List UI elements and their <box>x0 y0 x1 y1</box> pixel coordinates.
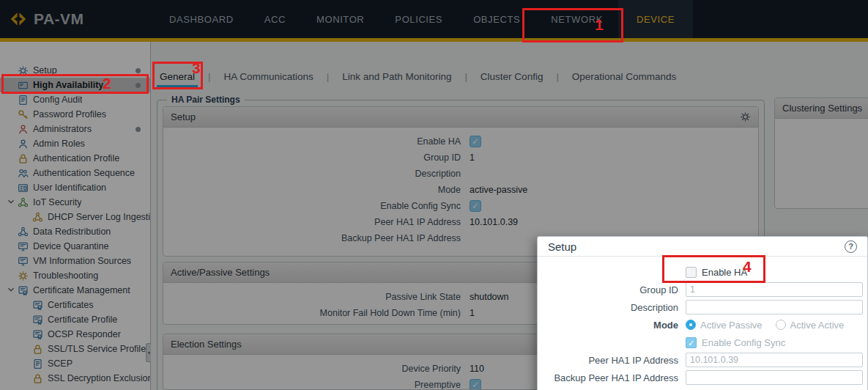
dialog-control-enable-config-sync: ✓Enable Config Sync <box>686 337 785 348</box>
dialog-control-peer-ha1-ip-address: 10.101.0.39 <box>686 353 863 367</box>
active-passive-radio-label: Active Passive <box>700 320 763 331</box>
active-passive-radio[interactable] <box>686 320 696 330</box>
enable-config-sync-checkbox-label: Enable Config Sync <box>702 337 785 348</box>
dialog-row-group-id: Group ID1 <box>538 281 867 298</box>
dialog-label-mode: Mode <box>538 320 678 331</box>
dialog-row-mode: ModeActive PassiveActive Active <box>538 316 867 334</box>
dialog-row-peer-ha1-ip-address: Peer HA1 IP Address10.101.0.39 <box>538 351 867 369</box>
active-active-radio-label: Active Active <box>790 320 845 331</box>
peer-ha1-ip-address-input[interactable]: 10.101.0.39 <box>686 353 863 367</box>
dialog-control-description <box>686 300 863 314</box>
backup-peer-ha1-ip-address-input[interactable] <box>686 370 863 385</box>
description-input[interactable] <box>686 300 863 314</box>
dialog-row-description: Description <box>538 298 867 316</box>
active-active-radio[interactable] <box>776 320 786 330</box>
dialog-row-backup-peer-ha1-ip-address: Backup Peer HA1 IP Address <box>538 369 867 386</box>
dialog-control-mode: Active PassiveActive Active <box>686 320 844 331</box>
annotation-number-3: 3 <box>192 59 201 77</box>
setup-dialog-title: Setup <box>548 240 576 253</box>
group-id-input[interactable]: 1 <box>686 282 863 297</box>
help-icon[interactable]: ? <box>845 240 857 253</box>
dialog-label-peer-ha1-ip-address: Peer HA1 IP Address <box>538 355 678 366</box>
dialog-control-group-id: 1 <box>686 282 863 297</box>
dialog-label-description: Description <box>538 302 678 313</box>
enable-config-sync-checkbox[interactable]: ✓ <box>686 337 697 348</box>
dialog-label-group-id: Group ID <box>538 284 678 295</box>
annotation-box-2 <box>1 74 149 94</box>
annotation-box-1 <box>522 8 623 43</box>
dialog-row-enable-config-sync: ✓Enable Config Sync <box>538 334 867 351</box>
annotation-number-1: 1 <box>595 16 604 34</box>
annotation-number-4: 4 <box>743 258 752 276</box>
setup-dialog-header: Setup ? <box>538 237 867 257</box>
dialog-label-backup-peer-ha1-ip-address: Backup Peer HA1 IP Address <box>538 372 678 383</box>
dialog-control-backup-peer-ha1-ip-address <box>686 370 863 385</box>
annotation-number-2: 2 <box>103 75 111 92</box>
